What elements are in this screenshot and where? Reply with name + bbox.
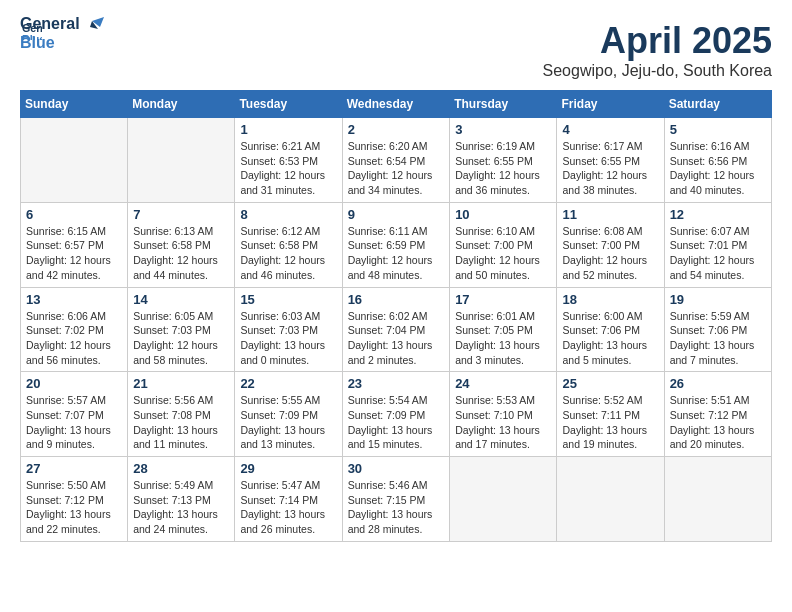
logo-blue: Blue <box>20 33 80 52</box>
calendar-week-row: 13Sunrise: 6:06 AM Sunset: 7:02 PM Dayli… <box>21 287 772 372</box>
day-number: 1 <box>240 122 336 137</box>
calendar-cell: 17Sunrise: 6:01 AM Sunset: 7:05 PM Dayli… <box>450 287 557 372</box>
calendar-cell: 28Sunrise: 5:49 AM Sunset: 7:13 PM Dayli… <box>128 457 235 542</box>
weekday-header-sunday: Sunday <box>21 91 128 118</box>
calendar-cell <box>128 118 235 203</box>
calendar-cell: 13Sunrise: 6:06 AM Sunset: 7:02 PM Dayli… <box>21 287 128 372</box>
calendar-cell: 12Sunrise: 6:07 AM Sunset: 7:01 PM Dayli… <box>664 202 771 287</box>
day-number: 7 <box>133 207 229 222</box>
calendar: SundayMondayTuesdayWednesdayThursdayFrid… <box>20 90 772 542</box>
weekday-header-row: SundayMondayTuesdayWednesdayThursdayFrid… <box>21 91 772 118</box>
calendar-cell: 30Sunrise: 5:46 AM Sunset: 7:15 PM Dayli… <box>342 457 450 542</box>
calendar-cell: 26Sunrise: 5:51 AM Sunset: 7:12 PM Dayli… <box>664 372 771 457</box>
day-info: Sunrise: 6:11 AM Sunset: 6:59 PM Dayligh… <box>348 224 445 283</box>
day-number: 20 <box>26 376 122 391</box>
calendar-cell: 15Sunrise: 6:03 AM Sunset: 7:03 PM Dayli… <box>235 287 342 372</box>
day-info: Sunrise: 5:49 AM Sunset: 7:13 PM Dayligh… <box>133 478 229 537</box>
day-number: 17 <box>455 292 551 307</box>
day-number: 25 <box>562 376 658 391</box>
weekday-header-saturday: Saturday <box>664 91 771 118</box>
day-info: Sunrise: 6:12 AM Sunset: 6:58 PM Dayligh… <box>240 224 336 283</box>
calendar-week-row: 1Sunrise: 6:21 AM Sunset: 6:53 PM Daylig… <box>21 118 772 203</box>
calendar-cell: 7Sunrise: 6:13 AM Sunset: 6:58 PM Daylig… <box>128 202 235 287</box>
calendar-cell: 24Sunrise: 5:53 AM Sunset: 7:10 PM Dayli… <box>450 372 557 457</box>
calendar-cell: 18Sunrise: 6:00 AM Sunset: 7:06 PM Dayli… <box>557 287 664 372</box>
day-number: 27 <box>26 461 122 476</box>
month-title: April 2025 <box>543 20 772 62</box>
day-number: 19 <box>670 292 766 307</box>
calendar-cell: 25Sunrise: 5:52 AM Sunset: 7:11 PM Dayli… <box>557 372 664 457</box>
day-info: Sunrise: 6:13 AM Sunset: 6:58 PM Dayligh… <box>133 224 229 283</box>
day-info: Sunrise: 5:54 AM Sunset: 7:09 PM Dayligh… <box>348 393 445 452</box>
day-number: 10 <box>455 207 551 222</box>
day-info: Sunrise: 5:55 AM Sunset: 7:09 PM Dayligh… <box>240 393 336 452</box>
location-title: Seogwipo, Jeju-do, South Korea <box>543 62 772 80</box>
day-number: 30 <box>348 461 445 476</box>
calendar-cell: 1Sunrise: 6:21 AM Sunset: 6:53 PM Daylig… <box>235 118 342 203</box>
weekday-header-friday: Friday <box>557 91 664 118</box>
weekday-header-wednesday: Wednesday <box>342 91 450 118</box>
day-info: Sunrise: 6:03 AM Sunset: 7:03 PM Dayligh… <box>240 309 336 368</box>
day-number: 16 <box>348 292 445 307</box>
day-number: 11 <box>562 207 658 222</box>
day-info: Sunrise: 5:51 AM Sunset: 7:12 PM Dayligh… <box>670 393 766 452</box>
day-number: 4 <box>562 122 658 137</box>
day-info: Sunrise: 6:21 AM Sunset: 6:53 PM Dayligh… <box>240 139 336 198</box>
day-info: Sunrise: 6:08 AM Sunset: 7:00 PM Dayligh… <box>562 224 658 283</box>
day-number: 28 <box>133 461 229 476</box>
calendar-week-row: 20Sunrise: 5:57 AM Sunset: 7:07 PM Dayli… <box>21 372 772 457</box>
day-number: 8 <box>240 207 336 222</box>
weekday-header-monday: Monday <box>128 91 235 118</box>
day-info: Sunrise: 5:59 AM Sunset: 7:06 PM Dayligh… <box>670 309 766 368</box>
day-number: 24 <box>455 376 551 391</box>
day-number: 29 <box>240 461 336 476</box>
day-number: 21 <box>133 376 229 391</box>
calendar-cell <box>450 457 557 542</box>
calendar-cell <box>557 457 664 542</box>
day-info: Sunrise: 6:16 AM Sunset: 6:56 PM Dayligh… <box>670 139 766 198</box>
day-number: 14 <box>133 292 229 307</box>
calendar-cell: 23Sunrise: 5:54 AM Sunset: 7:09 PM Dayli… <box>342 372 450 457</box>
day-number: 9 <box>348 207 445 222</box>
calendar-cell: 9Sunrise: 6:11 AM Sunset: 6:59 PM Daylig… <box>342 202 450 287</box>
calendar-cell: 29Sunrise: 5:47 AM Sunset: 7:14 PM Dayli… <box>235 457 342 542</box>
title-section: April 2025 Seogwipo, Jeju-do, South Kore… <box>543 20 772 80</box>
logo-general: General <box>20 14 80 33</box>
day-number: 13 <box>26 292 122 307</box>
day-info: Sunrise: 6:07 AM Sunset: 7:01 PM Dayligh… <box>670 224 766 283</box>
calendar-cell: 8Sunrise: 6:12 AM Sunset: 6:58 PM Daylig… <box>235 202 342 287</box>
day-number: 6 <box>26 207 122 222</box>
calendar-week-row: 27Sunrise: 5:50 AM Sunset: 7:12 PM Dayli… <box>21 457 772 542</box>
calendar-cell: 19Sunrise: 5:59 AM Sunset: 7:06 PM Dayli… <box>664 287 771 372</box>
calendar-cell: 4Sunrise: 6:17 AM Sunset: 6:55 PM Daylig… <box>557 118 664 203</box>
logo-bird-icon <box>82 17 104 39</box>
calendar-cell: 11Sunrise: 6:08 AM Sunset: 7:00 PM Dayli… <box>557 202 664 287</box>
calendar-week-row: 6Sunrise: 6:15 AM Sunset: 6:57 PM Daylig… <box>21 202 772 287</box>
day-number: 2 <box>348 122 445 137</box>
day-number: 15 <box>240 292 336 307</box>
calendar-cell: 20Sunrise: 5:57 AM Sunset: 7:07 PM Dayli… <box>21 372 128 457</box>
calendar-cell: 3Sunrise: 6:19 AM Sunset: 6:55 PM Daylig… <box>450 118 557 203</box>
day-info: Sunrise: 6:10 AM Sunset: 7:00 PM Dayligh… <box>455 224 551 283</box>
day-info: Sunrise: 5:47 AM Sunset: 7:14 PM Dayligh… <box>240 478 336 537</box>
day-info: Sunrise: 6:20 AM Sunset: 6:54 PM Dayligh… <box>348 139 445 198</box>
day-number: 26 <box>670 376 766 391</box>
day-info: Sunrise: 6:06 AM Sunset: 7:02 PM Dayligh… <box>26 309 122 368</box>
day-number: 18 <box>562 292 658 307</box>
calendar-cell: 2Sunrise: 6:20 AM Sunset: 6:54 PM Daylig… <box>342 118 450 203</box>
calendar-cell: 22Sunrise: 5:55 AM Sunset: 7:09 PM Dayli… <box>235 372 342 457</box>
calendar-cell <box>21 118 128 203</box>
day-info: Sunrise: 6:01 AM Sunset: 7:05 PM Dayligh… <box>455 309 551 368</box>
day-info: Sunrise: 6:00 AM Sunset: 7:06 PM Dayligh… <box>562 309 658 368</box>
day-number: 5 <box>670 122 766 137</box>
day-info: Sunrise: 6:19 AM Sunset: 6:55 PM Dayligh… <box>455 139 551 198</box>
calendar-cell <box>664 457 771 542</box>
day-info: Sunrise: 6:17 AM Sunset: 6:55 PM Dayligh… <box>562 139 658 198</box>
calendar-cell: 21Sunrise: 5:56 AM Sunset: 7:08 PM Dayli… <box>128 372 235 457</box>
day-info: Sunrise: 5:57 AM Sunset: 7:07 PM Dayligh… <box>26 393 122 452</box>
day-info: Sunrise: 5:46 AM Sunset: 7:15 PM Dayligh… <box>348 478 445 537</box>
weekday-header-thursday: Thursday <box>450 91 557 118</box>
day-number: 3 <box>455 122 551 137</box>
day-info: Sunrise: 5:56 AM Sunset: 7:08 PM Dayligh… <box>133 393 229 452</box>
calendar-cell: 5Sunrise: 6:16 AM Sunset: 6:56 PM Daylig… <box>664 118 771 203</box>
